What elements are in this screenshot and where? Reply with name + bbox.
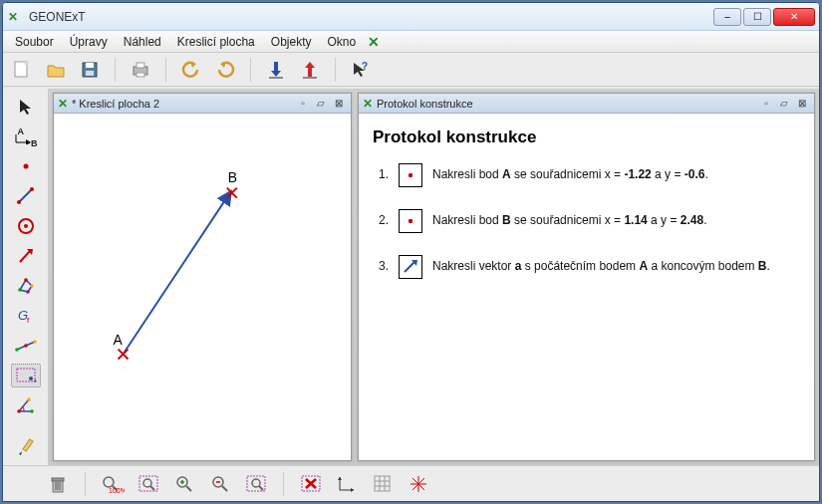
protocol-panel-titlebar[interactable]: ✕ Protokol konstrukce ▫ ▱ ⊠: [359, 94, 814, 114]
step-number: 1.: [373, 163, 389, 181]
help-pointer-button[interactable]: ?: [348, 57, 374, 83]
svg-line-78: [259, 486, 263, 490]
svg-rect-46: [22, 439, 32, 451]
undo-button[interactable]: [178, 57, 204, 83]
window-title: GEONExT: [29, 10, 713, 24]
svg-line-56: [405, 262, 414, 272]
svg-point-67: [143, 479, 151, 487]
app-window: ✕ GEONExT – ☐ ✕ Soubor Úpravy Náhled Kre…: [2, 2, 820, 502]
vector-icon: [399, 255, 422, 279]
zoom-area-button[interactable]: [243, 471, 269, 497]
window-buttons: – ☐ ✕: [713, 8, 815, 26]
svg-rect-66: [139, 476, 157, 491]
svg-rect-8: [137, 73, 144, 77]
svg-rect-5: [86, 71, 94, 76]
point-tool[interactable]: [11, 154, 41, 178]
svg-point-31: [24, 278, 28, 282]
panel-maximize-icon[interactable]: ▱: [776, 97, 792, 111]
panel-minimize-icon[interactable]: ▫: [295, 97, 311, 111]
point-icon: [399, 209, 422, 233]
app-icon: ✕: [7, 9, 23, 25]
svg-point-55: [409, 219, 412, 223]
menu-objekty[interactable]: Objekty: [263, 33, 320, 51]
redo-button[interactable]: [212, 57, 238, 83]
svg-marker-47: [19, 451, 22, 455]
line-tool[interactable]: [11, 184, 41, 208]
minimize-button[interactable]: –: [713, 8, 741, 26]
menu-x-icon[interactable]: ✕: [364, 34, 384, 50]
svg-rect-11: [274, 62, 278, 71]
panel-maximize-icon[interactable]: ▱: [313, 97, 329, 111]
top-toolbar: ?: [3, 53, 819, 87]
trash-button[interactable]: [45, 471, 71, 497]
angle-tool[interactable]: [11, 393, 41, 417]
delete-button[interactable]: [298, 471, 324, 497]
left-toolbox: AB Gf +: [3, 89, 49, 465]
protocol-step: 3.Nakresli vektor a s počátečním bodem A…: [373, 255, 800, 279]
arrow-tool[interactable]: [11, 244, 41, 268]
svg-point-38: [24, 344, 28, 348]
svg-line-70: [186, 486, 191, 491]
panel-close-icon[interactable]: ⊠: [794, 97, 810, 111]
step-text: Nakresli bod B se souřadnicemi x = 1.14 …: [432, 209, 800, 229]
close-button[interactable]: ✕: [773, 8, 815, 26]
label-ab-tool[interactable]: AB: [11, 125, 41, 148]
svg-line-27: [20, 251, 30, 262]
zoom-100-button[interactable]: 100%: [100, 471, 126, 497]
axes-button[interactable]: [334, 471, 360, 497]
menu-nahled[interactable]: Náhled: [116, 33, 169, 51]
menu-upravy[interactable]: Úpravy: [62, 33, 116, 51]
print-button[interactable]: [128, 57, 153, 83]
open-button[interactable]: [43, 57, 69, 83]
panel-close-icon[interactable]: ⊠: [331, 97, 347, 111]
save-button[interactable]: [77, 57, 103, 83]
svg-line-49: [124, 193, 230, 355]
drawing-panel-titlebar[interactable]: ✕ * Kreslicí plocha 2 ▫ ▱ ⊠: [54, 94, 351, 114]
menubar: Soubor Úpravy Náhled Kreslicí plocha Obj…: [3, 31, 819, 53]
zoom-out-button[interactable]: [207, 471, 233, 497]
protocol-panel: ✕ Protokol konstrukce ▫ ▱ ⊠ Protokol kon…: [358, 93, 815, 461]
svg-marker-12: [271, 71, 281, 77]
step-text: Nakresli vektor a s počátečním bodem A a…: [432, 255, 800, 275]
menu-soubor[interactable]: Soubor: [7, 33, 62, 51]
new-button[interactable]: [9, 57, 35, 83]
point-a-label: A: [114, 332, 124, 348]
protocol-step: 2.Nakresli bod B se souřadnicemi x = 1.1…: [373, 209, 800, 233]
panel-x-icon: ✕: [58, 97, 68, 111]
download-button[interactable]: [263, 57, 289, 83]
upload-button[interactable]: [297, 57, 323, 83]
step-text: Nakresli bod A se souřadnicemi x = -1.22…: [432, 163, 800, 183]
zoom-in-button[interactable]: [171, 471, 197, 497]
svg-point-30: [18, 288, 22, 292]
svg-rect-7: [137, 63, 144, 68]
measure-tool[interactable]: [11, 334, 41, 358]
circle-tool[interactable]: [11, 214, 41, 238]
selection-rect-tool[interactable]: +: [11, 364, 41, 387]
snap-button[interactable]: [406, 471, 431, 497]
workspace: ✕ * Kreslicí plocha 2 ▫ ▱ ⊠ A: [49, 89, 819, 465]
zoom-fit-button[interactable]: [136, 471, 161, 497]
svg-rect-16: [303, 77, 317, 79]
text-tool[interactable]: Gf: [11, 304, 41, 328]
svg-text:f: f: [27, 316, 30, 325]
menu-okno[interactable]: Okno: [319, 33, 364, 51]
pointer-tool[interactable]: [11, 95, 41, 119]
point-a[interactable]: A: [114, 332, 129, 360]
drawing-panel: ✕ * Kreslicí plocha 2 ▫ ▱ ⊠ A: [53, 93, 352, 461]
menu-kreslici[interactable]: Kreslicí plocha: [169, 33, 263, 51]
svg-point-32: [30, 284, 34, 288]
svg-text:100%: 100%: [109, 487, 125, 494]
polygon-tool[interactable]: [11, 274, 41, 298]
maximize-button[interactable]: ☐: [743, 8, 771, 26]
svg-marker-85: [338, 477, 342, 480]
content-area: AB Gf +: [3, 89, 819, 465]
protocol-heading: Protokol konstrukce: [373, 127, 800, 147]
step-number: 3.: [373, 255, 389, 273]
step-number: 2.: [373, 209, 389, 227]
svg-point-33: [26, 290, 30, 294]
svg-marker-15: [305, 62, 315, 68]
edit-tool[interactable]: [11, 435, 41, 459]
drawing-canvas[interactable]: A B: [54, 114, 351, 460]
grid-button[interactable]: [370, 471, 396, 497]
panel-minimize-icon[interactable]: ▫: [758, 97, 774, 111]
